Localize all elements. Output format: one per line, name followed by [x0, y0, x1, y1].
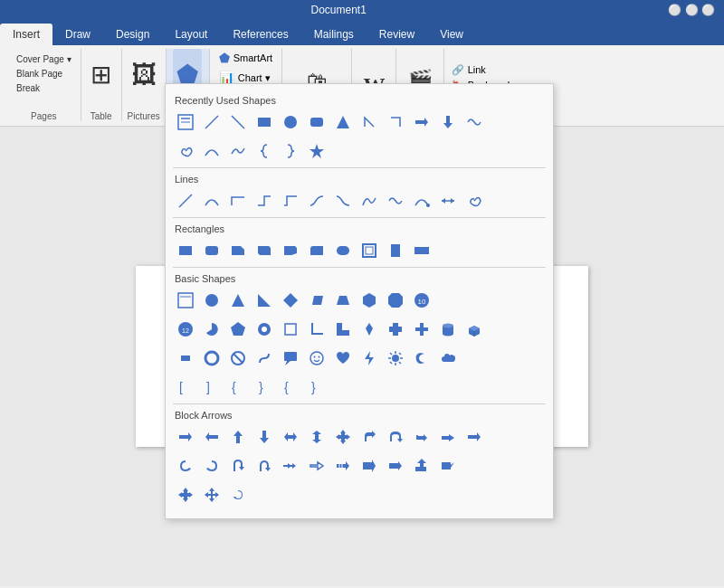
basic-octagon[interactable] [383, 288, 408, 313]
arrow-step-right[interactable] [435, 424, 461, 450]
rect-basic[interactable] [173, 238, 198, 263]
line-freeform2[interactable] [383, 188, 408, 213]
rect-round-corners[interactable] [330, 238, 356, 263]
basic-curly3[interactable]: { [278, 375, 303, 400]
arrow-turn-right[interactable] [409, 424, 434, 450]
rect-snipped3[interactable] [278, 238, 303, 263]
basic-heart[interactable] [330, 346, 356, 371]
shape-arrow-right[interactable] [409, 109, 434, 135]
arrow-notched[interactable] [462, 424, 487, 450]
tab-review[interactable]: Review [367, 24, 427, 45]
arrow-loop2[interactable] [252, 453, 277, 479]
basic-no-symbol[interactable] [225, 346, 251, 371]
shape-spiral[interactable] [173, 138, 198, 164]
basic-curly2[interactable]: } [252, 375, 277, 400]
arrow-loop[interactable] [225, 453, 251, 479]
basic-pentagon[interactable] [225, 317, 251, 342]
shape-brace-close[interactable] [278, 138, 303, 164]
tab-view[interactable]: View [427, 24, 476, 45]
tab-references[interactable]: References [220, 24, 300, 45]
basic-sun[interactable] [383, 346, 408, 371]
line-s-curve2[interactable] [330, 188, 356, 213]
basic-diamond[interactable] [278, 288, 303, 313]
basic-cylinder[interactable] [435, 317, 461, 342]
arrow-4way[interactable] [173, 482, 198, 507]
arrow-ud-block[interactable] [304, 424, 329, 450]
basic-bracket1[interactable]: [ [173, 375, 198, 400]
rect-snipped2[interactable] [252, 238, 277, 263]
basic-crescent[interactable] [409, 346, 434, 371]
shape-right-angle2[interactable] [383, 109, 408, 135]
shape-wave2[interactable] [225, 138, 251, 164]
arrow-right-block[interactable] [173, 424, 198, 450]
blank-page-button[interactable]: Blank Page [13, 67, 75, 81]
line-elbow3[interactable] [278, 188, 303, 213]
line-spiral2[interactable] [462, 188, 487, 213]
rect-rounded-snip[interactable] [304, 238, 329, 263]
basic-hexagon[interactable] [357, 288, 382, 313]
arrow-cross-block[interactable] [330, 424, 356, 450]
arrow-up-block[interactable] [225, 424, 251, 450]
arrow-fat-right[interactable] [357, 453, 382, 479]
shape-wave[interactable] [462, 109, 487, 135]
smartart-button[interactable]: ⬟ SmartArt [215, 49, 276, 67]
basic-text-box[interactable] [173, 288, 198, 313]
basic-ring[interactable] [199, 346, 224, 371]
basic-bolt[interactable] [357, 346, 382, 371]
arrow-lr-block[interactable] [278, 424, 303, 450]
shape-rounded-rect[interactable] [304, 109, 329, 135]
basic-curly1[interactable]: { [225, 375, 251, 400]
shape-arrow-down[interactable] [435, 109, 461, 135]
line-elbow[interactable] [225, 188, 251, 213]
basic-right-triangle[interactable] [252, 288, 277, 313]
shape-triangle[interactable] [330, 109, 356, 135]
shape-line-diag2[interactable] [225, 109, 251, 135]
basic-l-shape2[interactable] [330, 317, 356, 342]
rect-snipped[interactable] [225, 238, 251, 263]
basic-circle[interactable] [199, 288, 224, 313]
basic-triangle[interactable] [225, 288, 251, 313]
basic-parallelogram[interactable] [304, 288, 329, 313]
rect-tall[interactable] [383, 238, 408, 263]
shape-text-box[interactable] [173, 109, 198, 135]
arrow-triple-right[interactable] [278, 453, 303, 479]
arrow-left-block[interactable] [199, 424, 224, 450]
arrow-bend-right[interactable] [357, 424, 382, 450]
arrow-circular-left[interactable] [173, 453, 198, 479]
shape-brace-open[interactable] [252, 138, 277, 164]
basic-donut[interactable] [252, 317, 277, 342]
basic-square[interactable] [278, 317, 303, 342]
basic-cloud[interactable] [435, 346, 461, 371]
basic-trapezoid[interactable] [330, 288, 356, 313]
pictures-button[interactable]: 🖼 [128, 49, 160, 100]
basic-pie[interactable] [199, 317, 224, 342]
rect-rounded[interactable] [199, 238, 224, 263]
shape-star[interactable] [304, 138, 329, 164]
basic-callout[interactable] [278, 346, 303, 371]
basic-small-rect[interactable] [173, 346, 198, 371]
line-straight[interactable] [173, 188, 198, 213]
basic-curly4[interactable]: } [304, 375, 329, 400]
line-freeform[interactable] [357, 188, 382, 213]
basic-circle-badge-12[interactable]: 12 [173, 317, 198, 342]
line-curve[interactable] [199, 188, 224, 213]
tab-design[interactable]: Design [103, 24, 162, 45]
basic-l-shape[interactable] [304, 317, 329, 342]
basic-plus[interactable] [383, 317, 408, 342]
arrow-step-up[interactable] [409, 453, 434, 479]
rect-wide[interactable] [409, 238, 434, 263]
line-double-arrow[interactable] [435, 188, 461, 213]
basic-cube[interactable] [462, 317, 487, 342]
arrow-filled-right[interactable] [330, 453, 356, 479]
tab-draw[interactable]: Draw [52, 24, 103, 45]
arrow-u-turn[interactable] [383, 424, 408, 450]
arrow-circular-right[interactable] [199, 453, 224, 479]
tab-mailings[interactable]: Mailings [301, 24, 367, 45]
arrow-4way2[interactable] [199, 482, 224, 507]
shape-rectangle[interactable] [252, 109, 277, 135]
table-button[interactable]: ⊞ [87, 49, 116, 100]
break-button[interactable]: Break [13, 81, 75, 95]
link-button[interactable]: 🔗 Link [450, 63, 537, 77]
basic-bracket2[interactable]: ] [199, 375, 224, 400]
arrow-callout[interactable] [435, 453, 461, 479]
